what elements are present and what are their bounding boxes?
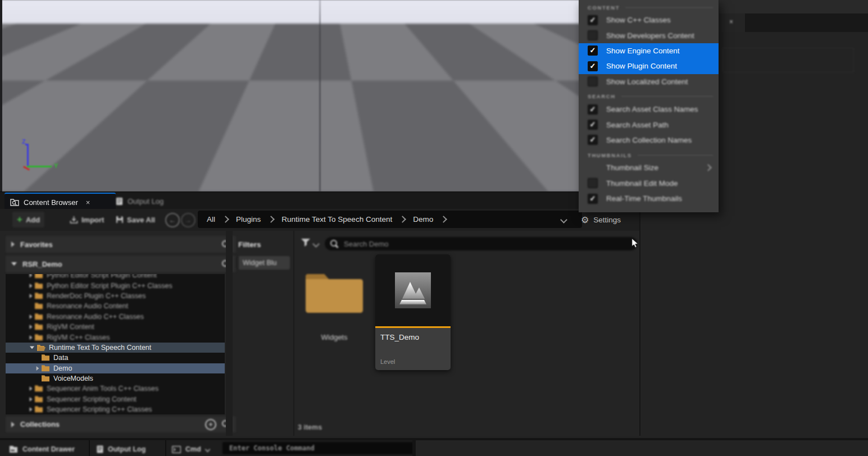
chevron-right-icon[interactable] <box>30 274 33 277</box>
menu-item[interactable]: Show Developers Content <box>579 28 719 43</box>
tree-item[interactable]: Sequencer Anim Tools C++ Classes <box>6 384 225 394</box>
menu-item[interactable]: ✓Show C++ Classes <box>579 12 719 28</box>
menu-item[interactable]: Thumbnail Size <box>579 160 719 175</box>
chevron-down-icon[interactable] <box>312 240 320 248</box>
level-viewport[interactable]: Z Y <box>0 0 640 191</box>
cmd-button[interactable]: Cmd <box>172 443 210 456</box>
asset-card-tts-demo[interactable]: TTS_Demo Level <box>375 254 451 370</box>
menu-item[interactable]: Show Localized Content <box>579 74 719 89</box>
output-log-button[interactable]: Output Log <box>97 443 146 456</box>
checkbox[interactable]: ✓ <box>588 194 598 204</box>
tree-item[interactable]: Sequencer Scripting Content <box>6 394 225 404</box>
search-input[interactable] <box>343 238 626 250</box>
chevron-right-icon[interactable] <box>30 314 33 319</box>
menu-item[interactable]: ✓Search Asset Class Names <box>579 102 719 117</box>
folder-icon <box>34 323 44 331</box>
chevron-right-icon[interactable] <box>30 294 33 298</box>
chevron-right-icon[interactable] <box>30 407 33 412</box>
checkbox[interactable]: ✓ <box>588 45 598 56</box>
menu-item[interactable]: ✓Show Plugin Content <box>579 58 719 74</box>
chevron-right-icon[interactable] <box>11 241 15 247</box>
chevron-down-icon[interactable] <box>30 346 34 349</box>
menu-item[interactable]: ✓Real-Time Thumbnails <box>579 191 719 206</box>
save-all-button[interactable]: Save All <box>111 212 160 227</box>
tree-item[interactable]: Python Editor Script Plugin C++ Classes <box>6 280 225 290</box>
checkbox[interactable]: ✓ <box>588 61 598 71</box>
chevron-right-icon[interactable] <box>30 335 33 340</box>
right-panel-tab[interactable]: × <box>719 13 745 32</box>
collections-section-header[interactable]: Collections + <box>6 416 236 432</box>
content-drawer-button[interactable]: Content Drawer <box>9 443 75 456</box>
filter-icon[interactable] <box>301 238 311 247</box>
checkbox[interactable] <box>588 76 598 86</box>
chevron-right-icon[interactable] <box>37 366 39 371</box>
chevron-down-icon[interactable] <box>11 262 17 266</box>
menu-item[interactable]: ✓Search Collection Names <box>579 133 719 148</box>
breadcrumb-item[interactable]: Runtime Text To Speech Content <box>281 215 392 224</box>
close-icon[interactable]: × <box>86 198 90 207</box>
viewport-left-edge <box>0 0 2 191</box>
filters-column: Filters Widget Blu <box>233 231 293 436</box>
checkbox[interactable]: ✓ <box>588 120 598 130</box>
checkbox[interactable] <box>588 30 598 40</box>
import-button[interactable]: Import <box>65 212 108 227</box>
tree-item-label: RigVM C++ Classes <box>47 334 110 341</box>
world-axes-gizmo: Z Y <box>22 142 62 173</box>
divider <box>89 440 90 456</box>
tree-item[interactable]: Data <box>6 353 225 363</box>
menu-item[interactable]: ✓Search Asset Path <box>579 117 719 132</box>
folder-icon <box>34 395 44 403</box>
tree-item[interactable]: RigVM Content <box>6 322 225 332</box>
project-root-header[interactable]: RSR_Demo <box>6 256 236 272</box>
checkbox[interactable]: ✓ <box>588 135 598 145</box>
search-box[interactable] <box>325 237 637 250</box>
breadcrumb[interactable]: AllPluginsRuntime Text To Speech Content… <box>198 211 582 228</box>
filter-chip[interactable]: Widget Blu <box>236 256 290 270</box>
tab-content-browser[interactable]: Content Browser × <box>4 193 116 211</box>
checkbox[interactable] <box>588 178 598 188</box>
checkbox[interactable]: ✓ <box>588 15 598 25</box>
chevron-right-icon[interactable] <box>11 422 15 427</box>
menu-item[interactable]: Thumbnail Edit Mode <box>579 176 719 191</box>
console-command-input[interactable] <box>222 442 422 454</box>
menu-item-label: Thumbnail Size <box>606 163 658 172</box>
back-arrow-icon[interactable]: ← <box>165 213 180 227</box>
folder-icon <box>303 269 365 314</box>
tree-item[interactable]: Demo <box>6 363 225 373</box>
checkbox[interactable]: ✓ <box>588 104 598 115</box>
forward-arrow-icon[interactable]: → <box>181 213 196 227</box>
menu-item[interactable]: ✓Show Engine Content <box>579 43 719 58</box>
chevron-right-icon[interactable] <box>30 284 33 288</box>
tree-item[interactable]: RenderDoc Plugin C++ Classes <box>6 291 225 301</box>
chevron-right-icon[interactable] <box>30 397 33 402</box>
content-browser-panel: Content Browser × Output Log + Add Impor… <box>0 191 640 436</box>
favorites-section-header[interactable]: Favorites <box>6 236 236 253</box>
folder-tile-widgets[interactable]: Widgets <box>303 256 365 345</box>
tree-item[interactable]: Python Editor Script Plugin Content <box>6 274 225 280</box>
breadcrumb-item[interactable]: All <box>207 215 215 224</box>
tree-item[interactable]: Resonance Audio C++ Classes <box>6 312 225 322</box>
settings-button[interactable]: ⚙ Settings <box>581 212 621 227</box>
collections-label: Collections <box>20 420 60 428</box>
chevron-right-icon[interactable] <box>30 325 33 329</box>
tab-output-log[interactable]: Output Log <box>110 193 206 209</box>
chevron-down-icon[interactable] <box>560 216 567 224</box>
close-icon[interactable]: × <box>729 18 733 26</box>
tree-item[interactable]: Resonance Audio Content <box>6 301 225 311</box>
tree-item[interactable]: Runtime Text To Speech Content <box>6 343 225 353</box>
chevron-down-icon[interactable] <box>204 446 210 452</box>
content-browser-body: Favorites RSR_Demo Python Editor Script … <box>0 231 639 436</box>
settings-menu-rows: CONTENT✓Show C++ ClassesShow Developers … <box>579 0 719 206</box>
tree-item-label: Sequencer Anim Tools C++ Classes <box>47 385 158 393</box>
add-button[interactable]: + Add <box>12 212 44 227</box>
divider <box>625 7 713 8</box>
tree-item[interactable]: Sequencer Scripting C++ Classes <box>6 404 225 414</box>
chevron-right-icon[interactable] <box>30 386 33 391</box>
add-collection-icon[interactable]: + <box>205 419 216 430</box>
asset-type-color-bar <box>375 326 451 328</box>
breadcrumb-item[interactable]: Demo <box>413 215 433 224</box>
chevron-right-icon <box>440 216 447 223</box>
tree-item[interactable]: RigVM C++ Classes <box>6 332 225 342</box>
breadcrumb-item[interactable]: Plugins <box>236 215 261 224</box>
tree-item[interactable]: VoiceModels <box>6 373 225 384</box>
